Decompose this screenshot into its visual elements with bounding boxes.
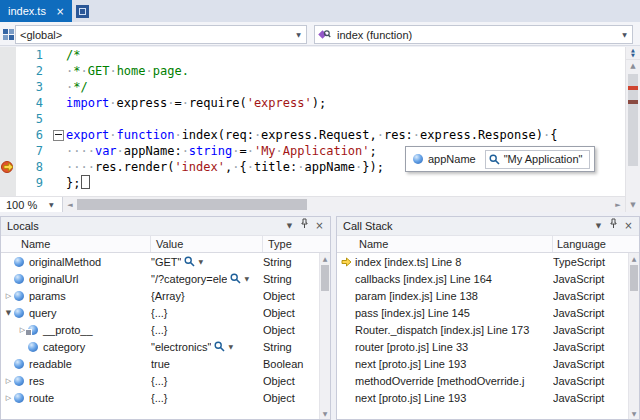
tab-index-ts[interactable]: index.ts × — [0, 0, 72, 22]
current-statement-indicator[interactable] — [1, 161, 16, 174]
visualizer-dropdown-icon[interactable]: ▼ — [228, 343, 233, 350]
expander-icon[interactable]: ▼ — [3, 309, 14, 317]
callstack-row[interactable]: next [proto.js] Line 193JavaScript — [337, 355, 628, 372]
visualizer-dropdown-icon[interactable]: ▼ — [244, 275, 249, 282]
zoom-combo[interactable]: 100 % ▼ — [0, 197, 63, 212]
variable-icon — [14, 359, 24, 369]
window-position-icon[interactable]: ▼ — [282, 218, 297, 234]
column-header-language[interactable]: Language — [553, 236, 639, 252]
scroll-up-icon[interactable]: ▲ — [626, 60, 640, 72]
splitter-grip-icon[interactable]: ▲▼ — [626, 47, 640, 60]
magnifier-icon[interactable] — [489, 154, 500, 165]
callstack-row[interactable]: pass [index.js] Line 145JavaScript — [337, 304, 628, 321]
scroll-left-icon[interactable]: ◄ — [63, 201, 77, 209]
frame-name: param [index.js] Line 138 — [355, 290, 553, 302]
expander-icon[interactable]: ▷ — [3, 377, 14, 385]
column-header-type[interactable]: Type — [263, 236, 330, 252]
pinned-tab-icon[interactable] — [76, 5, 89, 18]
callstack-row[interactable]: index [index.ts] Line 8TypeScript — [337, 253, 628, 270]
pin-icon[interactable] — [606, 218, 621, 235]
chevron-down-icon[interactable]: ▼ — [49, 201, 62, 208]
variable-icon — [14, 393, 24, 403]
callstack-row[interactable]: Router._dispatch [index.js] Line 173Java… — [337, 321, 628, 338]
locals-row[interactable]: originalUrl"/?category=ele▼String — [1, 270, 319, 287]
scroll-up-icon[interactable]: ▲ — [320, 253, 330, 264]
scroll-down-icon[interactable]: ▼ — [320, 408, 330, 419]
datatip-value-box[interactable]: "My Application" — [485, 150, 591, 169]
locals-titlebar[interactable]: Locals ▼ × — [1, 217, 330, 236]
locals-name-cell: originalUrl — [1, 273, 151, 285]
locals-row[interactable]: ▷__proto__{...}Object — [1, 321, 319, 338]
current-frame-arrow-icon — [337, 257, 355, 267]
chevron-down-icon[interactable]: ▼ — [617, 31, 632, 38]
callstack-vscrollbar[interactable]: ▲ ▼ — [628, 253, 639, 419]
close-icon[interactable]: × — [621, 218, 636, 234]
code-line[interactable] — [66, 111, 625, 127]
scroll-down-icon[interactable]: ▼ — [626, 199, 640, 212]
locals-row[interactable]: originalMethod"GET"▼String — [1, 253, 319, 270]
editor-hscroll-track[interactable] — [77, 197, 611, 212]
locals-row[interactable]: readabletrueBoolean — [1, 355, 319, 372]
locals-row[interactable]: ▷res{...}Object — [1, 372, 319, 389]
code-editor[interactable]: 123456789 /*·*·GET·home·page.·*/import·e… — [0, 47, 625, 196]
callstack-titlebar[interactable]: Call Stack ▼ × — [337, 217, 639, 236]
code-line[interactable]: ·*·GET·home·page. — [66, 63, 625, 79]
scroll-down-icon[interactable]: ▼ — [629, 408, 639, 419]
magnifier-icon[interactable] — [184, 256, 195, 267]
column-header-name[interactable]: Name — [337, 236, 553, 252]
breakpoint-margin[interactable] — [0, 47, 16, 196]
callstack-row[interactable]: param [index.js] Line 138JavaScript — [337, 287, 628, 304]
code-token: · — [174, 128, 181, 142]
callstack-column-header[interactable]: Name Language — [337, 236, 639, 253]
code-line[interactable]: export·function·index(req:·express.Reque… — [66, 127, 625, 143]
scroll-right-icon[interactable]: ► — [611, 201, 625, 209]
vscroll-thumb[interactable] — [630, 265, 638, 291]
column-header-name[interactable]: Name — [1, 236, 151, 252]
code-token: ); — [312, 96, 326, 110]
member-combo[interactable]: index (function) ▼ — [314, 25, 633, 44]
editor-vscroll-track[interactable] — [626, 72, 640, 199]
callstack-row[interactable]: router [proto.js] Line 33JavaScript — [337, 338, 628, 355]
editor-vscrollbar[interactable]: ▲▼ ▲ ▼ — [625, 47, 640, 212]
locals-rows: originalMethod"GET"▼StringoriginalUrl"/?… — [1, 253, 319, 419]
code-area[interactable]: /*·*·GET·home·page.·*/import·express·=·r… — [66, 47, 625, 196]
pin-icon[interactable] — [297, 218, 312, 235]
locals-value-cell: {...} — [151, 392, 263, 404]
code-token: 'express' — [247, 96, 312, 110]
locals-row[interactable]: category"electronics"▼String — [1, 338, 319, 355]
scroll-up-icon[interactable]: ▲ — [629, 253, 639, 264]
column-header-value[interactable]: Value — [151, 236, 263, 252]
locals-row[interactable]: ▷route{...}Object — [1, 389, 319, 406]
locals-row[interactable]: ▷params{Array}Object — [1, 287, 319, 304]
code-token: · — [182, 96, 189, 110]
visualizer-dropdown-icon[interactable]: ▼ — [198, 258, 203, 265]
callstack-row[interactable]: callbacks [index.js] Line 164JavaScript — [337, 270, 628, 287]
locals-name-cell: ▷res — [1, 375, 151, 387]
code-line[interactable]: ·*/ — [66, 79, 625, 95]
fold-collapse-icon[interactable] — [53, 130, 64, 141]
datatip[interactable]: appName "My Application" — [405, 146, 595, 172]
code-line[interactable]: /* — [66, 47, 625, 63]
locals-column-header[interactable]: Name Value Type — [1, 236, 330, 253]
locals-vscrollbar[interactable]: ▲ ▼ — [319, 253, 330, 419]
code-token: /* — [66, 48, 80, 62]
callstack-row[interactable]: methodOverride [methodOverride.jJavaScri… — [337, 372, 628, 389]
code-line[interactable]: }; — [66, 175, 625, 191]
chevron-down-icon[interactable]: ▼ — [291, 31, 306, 38]
frame-language: JavaScript — [553, 341, 628, 353]
scope-combo[interactable]: <global> ▼ — [15, 25, 307, 44]
callstack-row[interactable]: next [proto.js] Line 193JavaScript — [337, 389, 628, 406]
close-icon[interactable]: × — [312, 218, 327, 234]
hscroll-thumb[interactable] — [77, 199, 307, 210]
zoom-level: 100 % — [0, 199, 49, 211]
window-position-icon[interactable]: ▼ — [591, 218, 606, 234]
code-token: · — [247, 160, 254, 174]
locals-row[interactable]: ▼query{...}Object — [1, 304, 319, 321]
magnifier-icon[interactable] — [230, 273, 241, 284]
code-line[interactable]: import·express·=·require('express'); — [66, 95, 625, 111]
close-tab-icon[interactable]: × — [56, 6, 64, 17]
vscroll-thumb[interactable] — [321, 265, 329, 291]
expander-icon[interactable]: ▷ — [3, 292, 14, 300]
magnifier-icon[interactable] — [214, 341, 225, 352]
expander-icon[interactable]: ▷ — [3, 394, 14, 402]
